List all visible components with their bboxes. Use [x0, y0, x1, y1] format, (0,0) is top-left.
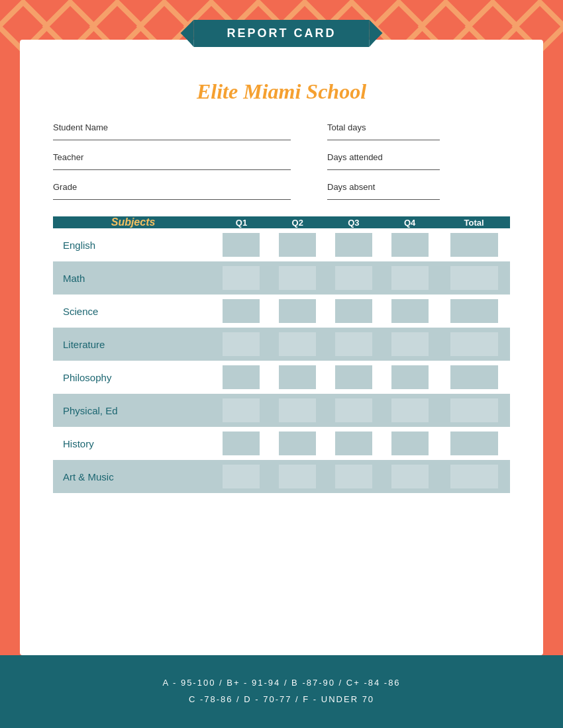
- q4-grade-cell: [382, 394, 438, 427]
- days-attended-line: [327, 165, 440, 170]
- table-row: English: [53, 228, 510, 261]
- subject-cell: Literature: [53, 328, 213, 361]
- info-right: Total days Days attended Days absent: [327, 122, 510, 200]
- grade-field: Grade: [53, 182, 291, 200]
- total-grade-cell: [438, 295, 510, 328]
- q3-grade-cell: [326, 361, 382, 394]
- grading-line1: A - 95-100 / B+ - 91-94 / B -87-90 / C+ …: [162, 675, 400, 692]
- q1-grade-cell: [213, 394, 270, 427]
- days-absent-field: Days absent: [327, 182, 510, 200]
- info-left: Student Name Teacher Grade: [53, 122, 291, 200]
- report-card-banner: REPORT CARD: [193, 20, 369, 47]
- teacher-label: Teacher: [53, 152, 291, 162]
- q4-grade-cell: [382, 228, 438, 261]
- subjects-header: Subjects: [53, 216, 213, 228]
- q4-grade-cell: [382, 361, 438, 394]
- total-grade-cell: [438, 394, 510, 427]
- subject-cell: Physical, Ed: [53, 394, 213, 427]
- q3-grade-cell: [326, 460, 382, 493]
- grade-line: [53, 195, 291, 200]
- table-row: Art & Music: [53, 460, 510, 493]
- q2-grade-cell: [270, 394, 326, 427]
- table-row: Math: [53, 261, 510, 295]
- total-header: Total: [438, 216, 510, 228]
- total-grade-cell: [438, 460, 510, 493]
- student-name-line: [53, 135, 291, 140]
- q3-grade-cell: [326, 228, 382, 261]
- days-attended-label: Days attended: [327, 152, 510, 162]
- teacher-field: Teacher: [53, 152, 291, 170]
- subject-cell: Math: [53, 261, 213, 295]
- q2-header: Q2: [270, 216, 326, 228]
- q3-grade-cell: [326, 261, 382, 295]
- table-row: Physical, Ed: [53, 394, 510, 427]
- q1-grade-cell: [213, 427, 270, 460]
- total-days-label: Total days: [327, 122, 510, 132]
- total-grade-cell: [438, 361, 510, 394]
- q4-grade-cell: [382, 460, 438, 493]
- banner-right-deco: [370, 20, 382, 47]
- days-attended-field: Days attended: [327, 152, 510, 170]
- total-grade-cell: [438, 228, 510, 261]
- table-row: Philosophy: [53, 361, 510, 394]
- total-grade-cell: [438, 427, 510, 460]
- q4-grade-cell: [382, 328, 438, 361]
- total-grade-cell: [438, 261, 510, 295]
- report-card: Elite Miami School Student Name Teacher …: [20, 40, 543, 655]
- q1-grade-cell: [213, 361, 270, 394]
- info-section: Student Name Teacher Grade Total days: [53, 122, 510, 200]
- q4-grade-cell: [382, 261, 438, 295]
- q2-grade-cell: [270, 460, 326, 493]
- subject-cell: English: [53, 228, 213, 261]
- subject-cell: History: [53, 427, 213, 460]
- q2-grade-cell: [270, 228, 326, 261]
- q4-grade-cell: [382, 295, 438, 328]
- student-name-field: Student Name: [53, 122, 291, 140]
- q1-grade-cell: [213, 295, 270, 328]
- subject-cell: Science: [53, 295, 213, 328]
- q1-grade-cell: [213, 460, 270, 493]
- banner-wrapper: REPORT CARD: [193, 20, 369, 47]
- total-grade-cell: [438, 328, 510, 361]
- card-content: Elite Miami School Student Name Teacher …: [20, 46, 543, 506]
- banner-left-deco: [181, 20, 193, 47]
- total-days-line: [327, 135, 440, 140]
- q3-header: Q3: [326, 216, 382, 228]
- q2-grade-cell: [270, 427, 326, 460]
- banner-title: REPORT CARD: [227, 26, 336, 40]
- q3-grade-cell: [326, 427, 382, 460]
- q1-grade-cell: [213, 328, 270, 361]
- q2-grade-cell: [270, 328, 326, 361]
- q1-header: Q1: [213, 216, 270, 228]
- q1-grade-cell: [213, 228, 270, 261]
- table-row: Literature: [53, 328, 510, 361]
- table-header-row: Subjects Q1 Q2 Q3 Q4 Total: [53, 216, 510, 228]
- grading-scale-footer: A - 95-100 / B+ - 91-94 / B -87-90 / C+ …: [0, 655, 563, 728]
- days-absent-label: Days absent: [327, 182, 510, 192]
- table-row: History: [53, 427, 510, 460]
- q2-grade-cell: [270, 295, 326, 328]
- total-days-field: Total days: [327, 122, 510, 140]
- q1-grade-cell: [213, 261, 270, 295]
- grading-line2: C -78-86 / D - 70-77 / F - UNDER 70: [162, 692, 400, 708]
- q2-grade-cell: [270, 361, 326, 394]
- q4-header: Q4: [382, 216, 438, 228]
- q3-grade-cell: [326, 295, 382, 328]
- grades-table: Subjects Q1 Q2 Q3 Q4 Total EnglishMathSc…: [53, 216, 510, 493]
- student-name-label: Student Name: [53, 122, 291, 132]
- grade-label: Grade: [53, 182, 291, 192]
- table-row: Science: [53, 295, 510, 328]
- q4-grade-cell: [382, 427, 438, 460]
- q3-grade-cell: [326, 394, 382, 427]
- subject-cell: Art & Music: [53, 460, 213, 493]
- teacher-line: [53, 165, 291, 170]
- q3-grade-cell: [326, 328, 382, 361]
- days-absent-line: [327, 195, 440, 200]
- school-name: Elite Miami School: [53, 79, 510, 104]
- q2-grade-cell: [270, 261, 326, 295]
- subject-cell: Philosophy: [53, 361, 213, 394]
- grading-scale-text: A - 95-100 / B+ - 91-94 / B -87-90 / C+ …: [162, 675, 400, 707]
